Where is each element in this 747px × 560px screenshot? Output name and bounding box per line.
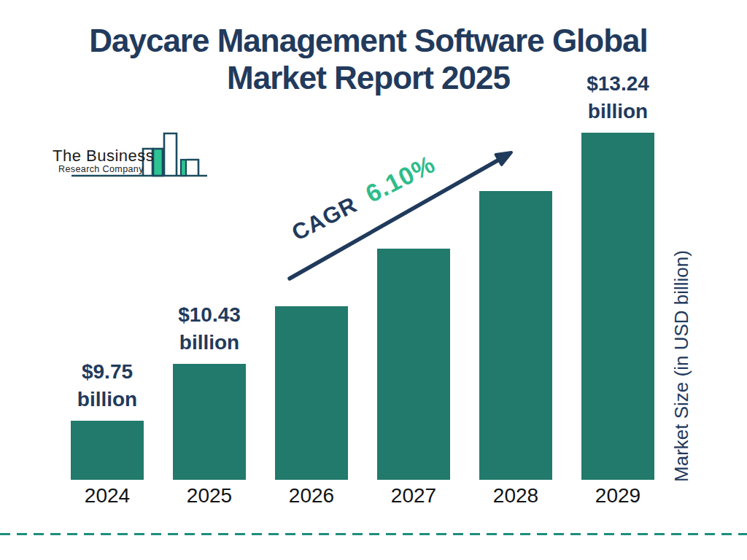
infographic-page: Daycare Management Software Global Marke… [0,0,747,560]
x-tick-2024: 2024 [71,484,144,508]
value-label-2029: $13.24billion [567,70,669,125]
y-axis-label: Market Size (in USD billion) [670,249,692,483]
value-label-2025: $10.43billion [158,301,260,357]
x-tick-2026: 2026 [275,484,348,508]
x-tick-2029: 2029 [581,484,654,508]
x-tick-2028: 2028 [479,484,552,508]
x-tick-2027: 2027 [377,484,450,508]
x-tick-2025: 2025 [173,484,246,508]
bar-2027 [377,249,450,480]
bar-2028 [479,191,552,480]
bottom-dashed-line [0,533,747,535]
bar-2029 [581,133,654,480]
bar-2026 [275,306,348,480]
bar-2024 [71,421,144,480]
bar-2025 [173,364,246,480]
bar-chart: 2024$9.75billion2025$10.43billion2026202… [0,0,747,560]
value-label-2024: $9.75billion [56,358,158,413]
